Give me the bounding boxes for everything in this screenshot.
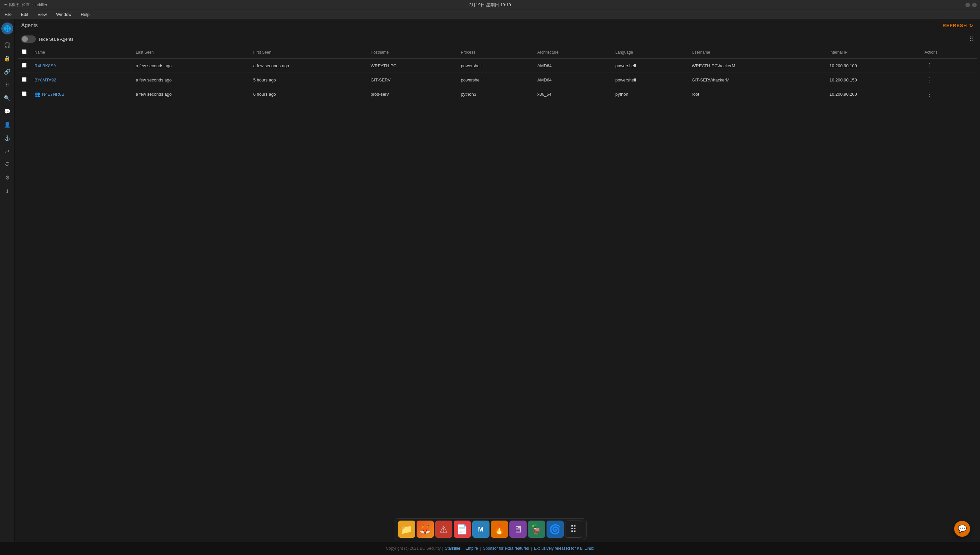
page-title: Agents: [21, 22, 38, 29]
location-label: 位置: [22, 2, 30, 8]
cell-language: powershell: [611, 73, 688, 87]
cell-lastSeen: a few seconds ago: [132, 73, 249, 87]
sidebar-item-info[interactable]: ℹ: [1, 185, 13, 197]
sidebar-item-shield[interactable]: 🛡: [1, 158, 13, 170]
cell-lastSeen: a few seconds ago: [132, 59, 249, 73]
footer-sep3: |: [531, 546, 532, 551]
taskbar-duck-app[interactable]: 🦆: [528, 521, 545, 538]
elevated-icon: 👥: [34, 91, 40, 97]
refresh-icon: ↻: [969, 23, 974, 28]
sidebar-item-user[interactable]: 👤: [1, 119, 13, 130]
row-checkbox-cell: [18, 73, 31, 87]
col-header-last-seen: Last Seen: [132, 46, 249, 59]
cell-username: WREATH-PC\hackerM: [688, 59, 825, 73]
agents-table-container: Name Last Seen First Seen Hostname Proce…: [14, 46, 980, 542]
taskbar-hack-app[interactable]: ⚠: [435, 521, 452, 538]
agent-name-cell: BY8MTA92: [31, 73, 132, 87]
columns-icon[interactable]: ⠿: [969, 35, 974, 43]
title-bar-controls: [966, 3, 977, 7]
col-header-process: Process: [457, 46, 534, 59]
refresh-button[interactable]: REFRESH ↻: [943, 23, 974, 28]
taskbar-screen-app[interactable]: 🖥: [509, 521, 527, 538]
menu-view[interactable]: View: [35, 11, 49, 18]
cell-username: GIT-SERV\hackerM: [688, 73, 825, 87]
taskbar-firefox-app[interactable]: 🦊: [417, 521, 434, 538]
app-group-label: 应用程序: [3, 2, 19, 8]
cell-architecture: x86_64: [533, 87, 611, 101]
cell-hostname: prod-serv: [367, 87, 457, 101]
row-actions-button[interactable]: ⋮: [924, 76, 934, 84]
agent-name-link[interactable]: R4LBK8SA: [34, 63, 56, 68]
title-bar-left: 应用程序 位置 starkiller: [3, 2, 47, 8]
cell-hostname: GIT-SERV: [367, 73, 457, 87]
menu-help[interactable]: Help: [79, 11, 92, 18]
footer-exclusive-link[interactable]: Exclusively released for Kali Linux: [534, 546, 594, 551]
chat-fab[interactable]: 💬: [954, 521, 970, 537]
cell-internalIp: 10.200.90.100: [826, 59, 920, 73]
sidebar-item-search[interactable]: 🔍: [1, 92, 13, 104]
taskbar-grid-app[interactable]: ⠿: [565, 521, 582, 538]
col-header-first-seen: First Seen: [249, 46, 367, 59]
menu-bar: File Edit View Window Help: [0, 10, 980, 19]
row-checkbox[interactable]: [22, 91, 27, 96]
taskbar-proxy-app[interactable]: 🌀: [547, 521, 564, 538]
col-header-internal-ip: Internal IP: [826, 46, 920, 59]
cell-process: powershell: [457, 59, 534, 73]
taskbar-files-app[interactable]: 📁: [398, 521, 415, 538]
table-row: BY8MTA92a few seconds ago5 hours agoGIT-…: [18, 73, 977, 87]
sidebar: 🌐 🎧 🔒 🔗 ⠿ 🔍 💬 👤 ⚓ ⇄ 🛡 ⚙ ℹ: [0, 19, 14, 555]
cell-process: python3: [457, 87, 534, 101]
footer-empire-link[interactable]: Empire: [465, 546, 478, 551]
agents-table: Name Last Seen First Seen Hostname Proce…: [18, 46, 977, 101]
col-header-actions: Actions: [920, 46, 977, 59]
cell-username: root: [688, 87, 825, 101]
agent-name-link[interactable]: BY8MTA92: [34, 77, 56, 82]
sidebar-item-settings[interactable]: ⚙: [1, 172, 13, 183]
row-checkbox[interactable]: [22, 77, 27, 82]
row-actions-button[interactable]: ⋮: [924, 62, 934, 69]
footer-sep2: |: [480, 546, 481, 551]
cell-lastSeen: a few seconds ago: [132, 87, 249, 101]
filter-bar: Hide Stale Agents ⠿: [14, 32, 980, 46]
col-header-username: Username: [688, 46, 825, 59]
minimize-button[interactable]: [966, 3, 970, 7]
agent-name-cell: 👥N4E7NR8B: [31, 87, 132, 101]
select-all-checkbox[interactable]: [22, 49, 27, 54]
sidebar-item-lock[interactable]: 🔒: [1, 52, 13, 64]
col-header-language: Language: [611, 46, 688, 59]
actions-cell: ⋮: [920, 59, 977, 73]
col-header-name: Name: [31, 46, 132, 59]
top-bar: Agents REFRESH ↻: [14, 19, 980, 32]
sidebar-item-link[interactable]: 🔗: [1, 66, 13, 77]
actions-cell: ⋮: [920, 87, 977, 101]
taskbar-marks-app[interactable]: M: [472, 521, 489, 538]
menu-window[interactable]: Window: [54, 11, 73, 18]
taskbar-pdf-app[interactable]: 📄: [454, 521, 471, 538]
row-checkbox-cell: [18, 59, 31, 73]
cell-firstSeen: 5 hours ago: [249, 73, 367, 87]
cell-firstSeen: 6 hours ago: [249, 87, 367, 101]
maximize-button[interactable]: [972, 3, 977, 7]
sidebar-item-shuffle[interactable]: ⇄: [1, 145, 13, 157]
sidebar-item-plugins[interactable]: ⠿: [1, 79, 13, 91]
footer-sponsor-link[interactable]: Sponsor for extra features: [483, 546, 529, 551]
row-actions-button[interactable]: ⋮: [924, 90, 934, 98]
hide-stale-toggle[interactable]: [21, 35, 36, 43]
col-header-architecture: Architecture: [533, 46, 611, 59]
cell-firstSeen: a few seconds ago: [249, 59, 367, 73]
sidebar-item-anchor[interactable]: ⚓: [1, 132, 13, 144]
sidebar-item-headphones[interactable]: 🎧: [1, 39, 13, 51]
active-app-label: starkiller: [32, 3, 47, 7]
agent-name-cell: R4LBK8SA: [31, 59, 132, 73]
sidebar-item-chat[interactable]: 💬: [1, 105, 13, 117]
footer-copyright: Copyright (c) 2021 BC Security |: [386, 546, 443, 551]
footer-starkiller-link[interactable]: Starkiller: [445, 546, 460, 551]
menu-edit[interactable]: Edit: [19, 11, 30, 18]
title-bar-datetime: 2月19日 星期日 19:19: [469, 2, 511, 8]
col-header-hostname: Hostname: [367, 46, 457, 59]
agent-name-link[interactable]: N4E7NR8B: [42, 92, 64, 97]
row-checkbox[interactable]: [22, 63, 27, 67]
menu-file[interactable]: File: [3, 11, 14, 18]
taskbar-flameshot-app[interactable]: 🔥: [491, 521, 508, 538]
table-row: 👥N4E7NR8Ba few seconds ago6 hours agopro…: [18, 87, 977, 101]
